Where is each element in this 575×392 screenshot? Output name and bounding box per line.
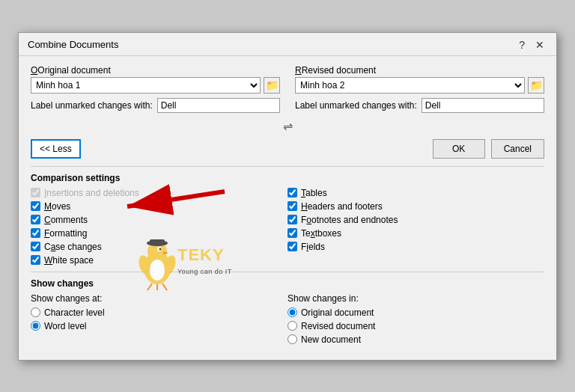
- checkbox-moves-input[interactable]: [31, 201, 40, 211]
- svg-line-10: [147, 284, 152, 290]
- cancel-button[interactable]: Cancel: [491, 139, 544, 159]
- teky-watermark: TEKY Young can do IT: [127, 235, 262, 295]
- comparison-settings-section: Comparison settings Insertions and delet…: [31, 173, 544, 269]
- radio-revised-doc-input[interactable]: [288, 321, 297, 331]
- transfer-icon: ⇌: [283, 119, 293, 133]
- checkbox-comments-input[interactable]: [31, 215, 40, 224]
- original-label-input[interactable]: [157, 98, 280, 113]
- checkbox-moves-label: Moves: [44, 201, 70, 212]
- original-doc-label: OOriginal document: [31, 65, 280, 76]
- show-changes-grid: Show changes at: Character level Word le…: [31, 293, 544, 348]
- radio-word-label: Word level: [44, 321, 86, 331]
- radio-character-label: Character level: [44, 307, 105, 318]
- checkbox-headers-footers-label: Headers and footers: [301, 201, 383, 212]
- svg-point-5: [159, 248, 162, 251]
- checkbox-headers-footers: Headers and footers: [288, 201, 544, 212]
- radio-character-level: Character level: [31, 307, 288, 318]
- checkbox-comments: Comments: [31, 215, 288, 225]
- dialog-body: OOriginal document Minh hoa 1 📁 Label un…: [19, 56, 556, 360]
- radio-original-doc: Original document: [288, 307, 544, 318]
- title-bar: Combine Documents ? ✕: [19, 33, 556, 56]
- action-button-row: << Less OK Cancel: [31, 139, 544, 159]
- show-changes-right: Show changes in: Original document Revis…: [288, 293, 544, 348]
- help-button[interactable]: ?: [516, 39, 528, 51]
- less-button[interactable]: << Less: [31, 139, 81, 159]
- svg-point-7: [150, 260, 165, 281]
- checkbox-footnotes-input[interactable]: [288, 215, 297, 224]
- divider: [31, 166, 544, 167]
- checkbox-moves: Moves: [31, 201, 288, 212]
- checkbox-footnotes-label: Footnotes and endnotes: [301, 215, 398, 225]
- checkbox-insertions: Insertions and deletions: [31, 188, 288, 198]
- original-doc-folder-button[interactable]: 📁: [264, 77, 280, 94]
- radio-word-level: Word level: [31, 321, 288, 331]
- revised-doc-label: RRevised document: [295, 65, 544, 76]
- checkbox-formatting-input[interactable]: [31, 228, 40, 238]
- show-changes-section: Show changes Show changes at: Character …: [31, 278, 544, 348]
- original-label-row: Label unmarked changes with:: [31, 98, 280, 113]
- svg-text:Young can do IT: Young can do IT: [177, 268, 232, 275]
- checkbox-fields-label: Fields: [301, 242, 325, 252]
- checkbox-insertions-label: Insertions and deletions: [44, 188, 139, 198]
- checkbox-case-changes-input[interactable]: [31, 242, 40, 251]
- comparison-settings-title: Comparison settings: [31, 173, 544, 183]
- close-button[interactable]: ✕: [532, 39, 547, 51]
- original-label-text: Label unmarked changes with:: [31, 100, 153, 111]
- revised-label-text: Label unmarked changes with:: [295, 100, 417, 111]
- checkboxes-grid: Insertions and deletions Moves Comments …: [31, 188, 544, 269]
- svg-line-12: [162, 284, 167, 290]
- checkbox-textboxes: Textboxes: [288, 228, 544, 239]
- combine-documents-dialog: Combine Documents ? ✕ OOriginal document…: [18, 32, 557, 361]
- checkbox-case-changes-label: Case changes: [44, 242, 102, 252]
- checkbox-white-space-label: White space: [44, 255, 94, 266]
- show-changes-left: Show changes at: Character level Word le…: [31, 293, 288, 348]
- checkbox-white-space-input[interactable]: [31, 255, 40, 265]
- radio-new-doc: New document: [288, 334, 544, 345]
- original-doc-select-row: Minh hoa 1 📁: [31, 77, 280, 94]
- svg-text:TEKY: TEKY: [177, 245, 225, 264]
- dialog-title: Combine Documents: [28, 39, 118, 50]
- revised-label-input[interactable]: [422, 98, 544, 113]
- transfer-row: ⇌: [31, 119, 544, 133]
- ok-button[interactable]: OK: [433, 139, 485, 159]
- divider2: [31, 272, 544, 272]
- checkbox-textboxes-label: Textboxes: [301, 228, 341, 239]
- show-changes-at-label: Show changes at:: [31, 293, 288, 304]
- radio-revised-doc-label: Revised document: [301, 321, 375, 331]
- radio-original-doc-input[interactable]: [288, 307, 297, 317]
- original-document-section: OOriginal document Minh hoa 1 📁 Label un…: [31, 65, 280, 113]
- revised-doc-select-row: Minh hoa 2 📁: [295, 77, 544, 94]
- checkbox-comments-label: Comments: [44, 215, 88, 225]
- radio-new-doc-input[interactable]: [288, 334, 297, 344]
- checkbox-fields-input[interactable]: [288, 242, 297, 251]
- checkbox-fields: Fields: [288, 242, 544, 252]
- revised-label-row: Label unmarked changes with:: [295, 98, 544, 113]
- checkbox-headers-footers-input[interactable]: [288, 201, 297, 211]
- checkbox-tables-label: Tables: [301, 188, 327, 198]
- checkbox-tables: Tables: [288, 188, 544, 198]
- radio-word-input[interactable]: [31, 321, 40, 331]
- revised-doc-select[interactable]: Minh hoa 2: [295, 77, 525, 94]
- document-row: OOriginal document Minh hoa 1 📁 Label un…: [31, 65, 544, 113]
- radio-character-input[interactable]: [31, 307, 40, 317]
- checkboxes-right: Tables Headers and footers Footnotes and…: [288, 188, 544, 269]
- show-changes-in-label: Show changes in:: [288, 293, 544, 304]
- checkbox-footnotes: Footnotes and endnotes: [288, 215, 544, 225]
- svg-rect-14: [150, 239, 165, 245]
- checkbox-textboxes-input[interactable]: [288, 228, 297, 238]
- checkbox-formatting-label: Formatting: [44, 228, 87, 239]
- radio-revised-doc: Revised document: [288, 321, 544, 331]
- radio-original-doc-label: Original document: [301, 307, 374, 318]
- checkbox-insertions-input[interactable]: [31, 188, 40, 197]
- show-changes-title: Show changes: [31, 278, 544, 289]
- revised-document-section: RRevised document Minh hoa 2 📁 Label unm…: [295, 65, 544, 113]
- original-doc-select[interactable]: Minh hoa 1: [31, 77, 261, 94]
- checkbox-tables-input[interactable]: [288, 188, 297, 197]
- title-bar-icons: ? ✕: [516, 39, 547, 51]
- revised-doc-folder-button[interactable]: 📁: [528, 77, 544, 94]
- radio-new-doc-label: New document: [301, 334, 361, 345]
